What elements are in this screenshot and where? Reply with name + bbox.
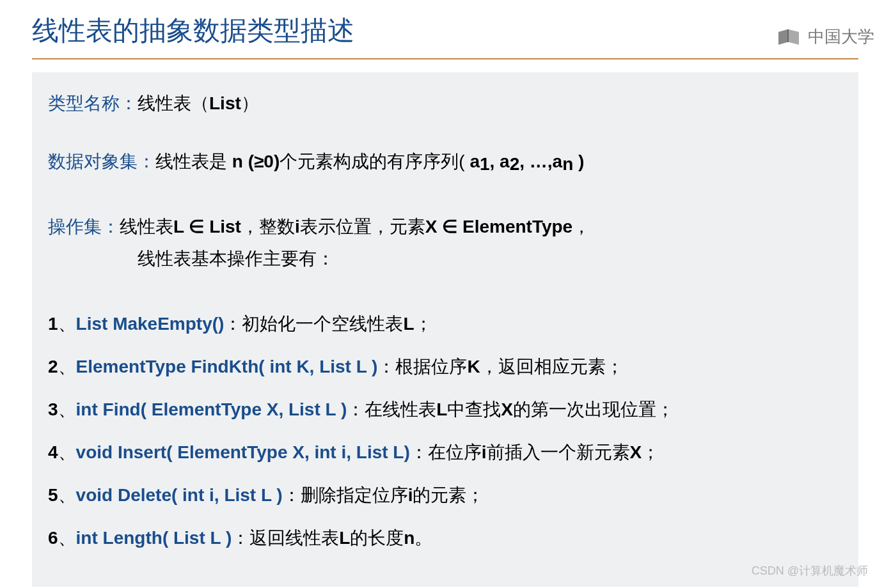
op4-sep: 、 — [58, 442, 76, 462]
os-p6: X ∈ ElementType — [425, 217, 572, 236]
op5-d1: ：删除指定位序 — [283, 485, 408, 505]
op5-code: void Delete( int i, List L ) — [76, 485, 283, 505]
page-title: 线性表的抽象数据类型描述 — [32, 13, 858, 59]
type-name-bold: List — [209, 93, 241, 113]
os-line2: 线性表基本操作主要有： — [48, 243, 335, 275]
type-name-suffix: ） — [241, 93, 259, 113]
op4-b1: i — [482, 442, 487, 462]
op2-num: 2 — [48, 357, 58, 376]
data-object-sub2: 2 — [510, 154, 520, 174]
data-object-c1: , — [490, 151, 500, 171]
operation-5: 5、void Delete( int i, List L )：删除指定位序i的元… — [48, 482, 842, 509]
operation-set-section: 操作集：线性表L ∈ List，整数i表示位置，元素X ∈ ElementTyp… — [48, 211, 842, 275]
data-object-subn: n — [562, 154, 573, 174]
type-name-label: 类型名称： — [48, 93, 138, 113]
operation-6: 6、int Length( List L )：返回线性表L的长度n。 — [48, 525, 842, 552]
type-name-section: 类型名称：线性表（List） — [48, 91, 842, 116]
os-p3: ，整数 — [241, 217, 295, 236]
operation-1: 1、List MakeEmpty()：初始化一个空线性表L； — [48, 311, 842, 337]
op3-d1: ：在线性表 — [347, 399, 436, 419]
op3-num: 3 — [48, 399, 58, 419]
op2-b1: K — [467, 357, 480, 376]
op3-b2: X — [501, 399, 513, 419]
book-icon — [777, 28, 803, 46]
data-object-a2: a — [500, 151, 510, 171]
op1-code: List MakeEmpty() — [76, 314, 225, 334]
data-object-sub1: 1 — [480, 154, 490, 174]
data-object-section: 数据对象集：线性表是 n (≥0)个元素构成的有序序列( a1, a2, …,a… — [48, 148, 842, 179]
logo-text: 中国大学 — [808, 26, 874, 48]
data-object-part3: 个元素构成的有序序列( — [280, 151, 470, 171]
op6-d3: 。 — [414, 528, 432, 548]
op6-num: 6 — [48, 528, 58, 548]
op3-code: int Find( ElementType X, List L ) — [76, 399, 347, 419]
op3-sep: 、 — [58, 399, 76, 419]
data-object-label: 数据对象集： — [48, 151, 155, 171]
op3-b1: L — [436, 399, 447, 419]
data-object-n: n (≥0) — [232, 151, 280, 171]
op1-d1: ：初始化一个空线性表 — [224, 314, 403, 334]
op4-d1: ：在位序 — [410, 442, 482, 462]
operation-set-label: 操作集： — [48, 217, 120, 236]
os-p4: i — [295, 217, 300, 236]
op3-d2: 中查找 — [447, 399, 501, 419]
op2-d2: ，返回相应元素； — [480, 357, 624, 376]
op4-d2: 前插入一个新元素 — [487, 442, 630, 462]
op5-sep: 、 — [58, 485, 76, 505]
type-name-prefix: 线性表（ — [138, 93, 209, 113]
op4-b2: X — [630, 442, 642, 462]
os-p2: L ∈ List — [173, 217, 241, 236]
content-box: 类型名称：线性表（List） 数据对象集：线性表是 n (≥0)个元素构成的有序… — [32, 72, 858, 587]
op4-code: void Insert( ElementType X, int i, List … — [76, 442, 410, 462]
op5-num: 5 — [48, 485, 58, 505]
op6-b2: n — [404, 528, 414, 548]
watermark: CSDN @计算机魔术师 — [752, 563, 868, 578]
op4-d3: ； — [642, 442, 659, 462]
op6-sep: 、 — [58, 528, 76, 548]
op1-sep: 、 — [58, 314, 76, 334]
logo: 中国大学 — [777, 26, 874, 48]
op2-sep: 、 — [58, 357, 76, 376]
os-p1: 线性表 — [120, 217, 173, 236]
op2-code: ElementType FindKth( int K, List L ) — [76, 357, 378, 376]
op6-d2: 的长度 — [350, 528, 404, 548]
op6-b1: L — [339, 528, 350, 548]
operation-3: 3、int Find( ElementType X, List L )：在线性表… — [48, 396, 842, 423]
op1-d2: ； — [414, 314, 432, 334]
data-object-part4: ) — [573, 151, 584, 171]
data-object-c2: , …, — [519, 151, 552, 171]
op4-num: 4 — [48, 442, 58, 462]
op6-d1: ：返回线性表 — [232, 528, 339, 548]
op2-d1: ：根据位序 — [377, 357, 467, 376]
op6-code: int Length( List L ) — [76, 528, 232, 548]
data-object-an: a — [553, 151, 563, 171]
header: 线性表的抽象数据类型描述 中国大学 — [0, 0, 884, 59]
os-p5: 表示位置，元素 — [300, 217, 425, 236]
data-object-part1: 线性表是 — [155, 151, 232, 171]
os-p7: ， — [572, 217, 590, 236]
operation-2: 2、ElementType FindKth( int K, List L )：根… — [48, 353, 842, 380]
op3-d3: 的第一次出现位置； — [513, 399, 674, 419]
op1-b1: L — [403, 314, 414, 334]
operation-4: 4、void Insert( ElementType X, int i, Lis… — [48, 439, 842, 466]
op1-num: 1 — [48, 314, 58, 334]
data-object-a1: a — [470, 151, 480, 171]
op5-d2: 的元素； — [413, 485, 484, 505]
